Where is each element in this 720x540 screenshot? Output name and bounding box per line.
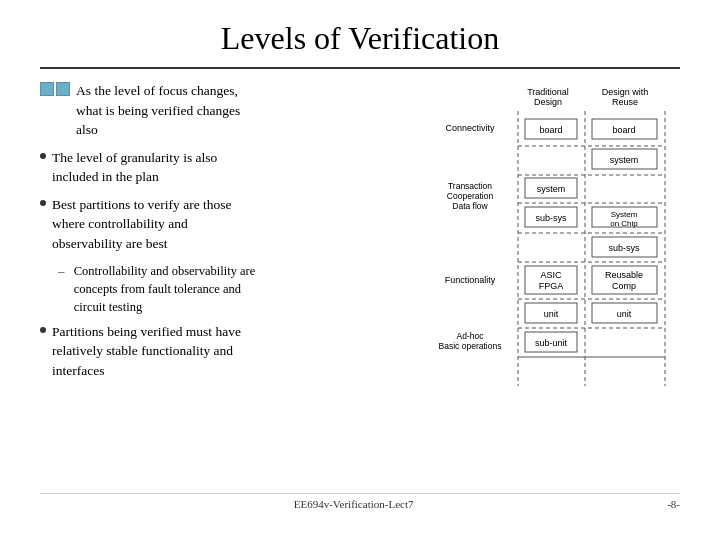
label-reusable: Reusable (605, 270, 643, 280)
row-label-basic: Basic operations (439, 341, 502, 351)
label-system-1: system (537, 184, 566, 194)
row-label-connectivity: Connectivity (445, 123, 495, 133)
bullet-dash-1: – (58, 262, 68, 281)
bullet-text-4: Partitions being verified must haverelat… (52, 322, 241, 381)
row-label-transaction: Transaction (448, 181, 492, 191)
levels-diagram: Traditional Design Design with Reuse Con… (370, 81, 680, 401)
bullet-item-3: Best partitions to verify are thosewhere… (40, 195, 354, 254)
bullet-dot-3 (40, 200, 46, 206)
bullet-list: As the level of focus changes,what is be… (40, 81, 354, 485)
sub-bullet-1: – Controllability and observability arec… (58, 262, 354, 316)
label-subsys-1: sub-sys (535, 213, 567, 223)
content-area: As the level of focus changes,what is be… (40, 81, 680, 485)
title-divider (40, 67, 680, 69)
row-label-cooperation: Cooperation (447, 191, 494, 201)
decorative-icon-2 (56, 82, 70, 96)
footer-right: -8- (667, 498, 680, 510)
slide-footer: EE694v-Verification-Lect7 -8- (40, 493, 680, 510)
label-soc2: on Chip (610, 219, 638, 228)
bullet-item-4: Partitions being verified must haverelat… (40, 322, 354, 381)
slide: Levels of Verification As the level of f… (0, 0, 720, 540)
footer-center: EE694v-Verification-Lect7 (294, 498, 414, 510)
label-unit-1: unit (544, 309, 559, 319)
sub-bullet-text-1: Controllability and observability arecon… (74, 262, 256, 316)
label-board-2: board (612, 125, 635, 135)
label-subunit: sub-unit (535, 338, 568, 348)
bullet-text-1: As the level of focus changes,what is be… (76, 81, 240, 140)
col-header-2b: Reuse (612, 97, 638, 107)
bullet-dot-2 (40, 153, 46, 159)
bullet-dot-4 (40, 327, 46, 333)
col-header-2: Design with (602, 87, 649, 97)
bullet-text-3: Best partitions to verify are thosewhere… (52, 195, 232, 254)
label-comp: Comp (612, 281, 636, 291)
row-label-functionality: Functionality (445, 275, 496, 285)
decorative-icon-1 (40, 82, 54, 96)
row-label-dataflow: Data flow (452, 201, 488, 211)
slide-title: Levels of Verification (40, 20, 680, 57)
bullet-text-2: The level of granularity is alsoincluded… (52, 148, 217, 187)
col-header-1: Traditional (527, 87, 569, 97)
label-soc: System (611, 210, 638, 219)
label-unit-2: unit (617, 309, 632, 319)
row-label-adhoc: Ad-hoc (457, 331, 485, 341)
label-asic: ASIC (540, 270, 562, 280)
bullet-item-2: The level of granularity is alsoincluded… (40, 148, 354, 187)
label-subsys-2: sub-sys (608, 243, 640, 253)
label-system-2: system (610, 155, 639, 165)
col-header-1b: Design (534, 97, 562, 107)
label-board-1: board (539, 125, 562, 135)
label-fpga: FPGA (539, 281, 564, 291)
diagram-area: Traditional Design Design with Reuse Con… (370, 81, 680, 485)
